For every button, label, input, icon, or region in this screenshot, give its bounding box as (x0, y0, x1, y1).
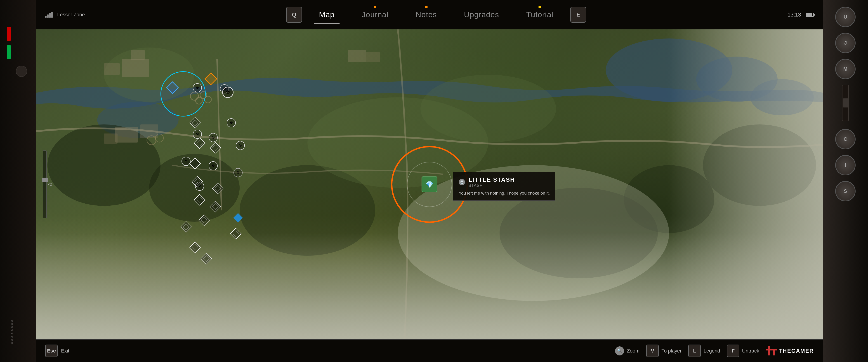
radiation-icon-7: ☢ (235, 140, 245, 150)
svg-rect-32 (773, 350, 775, 356)
thegamer-logo-icon (766, 345, 777, 357)
tab-journal[interactable]: Journal (348, 7, 402, 22)
tooltip-description: You left me with nothing. I hope you cho… (459, 190, 550, 196)
radiation-icon-8: ☢ (181, 156, 191, 166)
stash-icon-7[interactable] (194, 195, 205, 205)
nav-tabs-container: Q Map Journal Notes Upgrades Tutorial E (85, 7, 787, 23)
tooltip-title-area: LITTLE STASH STASH (468, 176, 550, 188)
zoom-handle[interactable] (42, 177, 48, 182)
tooltip-type: STASH (468, 183, 550, 188)
f-key[interactable]: F (727, 344, 739, 357)
stash-icon-9[interactable] (199, 215, 209, 225)
tab-map[interactable]: Map (305, 7, 348, 22)
stash-icon-12[interactable] (190, 242, 200, 252)
zoom-action-label: Zoom (627, 348, 640, 354)
thegamer-logo-text: THEGAMER (779, 348, 814, 354)
stash-icon-10[interactable] (181, 222, 191, 232)
stash-icon-11[interactable] (230, 228, 241, 239)
stash-icon-5[interactable] (192, 176, 202, 187)
notes-dot (425, 6, 428, 8)
svg-rect-30 (768, 346, 770, 356)
zoom-slider[interactable] (43, 150, 46, 218)
legend-action: L Legend (688, 344, 720, 357)
green-indicator (7, 45, 11, 59)
journal-dot (374, 6, 376, 8)
right-button-m[interactable]: M (835, 59, 856, 79)
point-of-interest[interactable] (233, 213, 243, 223)
right-slider[interactable] (842, 85, 849, 121)
battery-icon (806, 13, 814, 17)
q-key-button[interactable]: Q (286, 7, 302, 23)
top-bar: Lesser Zone Q Map Journal Notes Upgrades… (36, 0, 823, 29)
quest-marker[interactable] (206, 74, 216, 84)
stash-icon-6[interactable] (213, 183, 223, 193)
left-circle-decoration (16, 65, 27, 77)
right-button-s[interactable]: S (835, 181, 856, 201)
l-key[interactable]: L (688, 344, 701, 357)
right-panel: U J M C I S (823, 0, 868, 362)
signal-bars (45, 12, 53, 18)
stash-icon-8[interactable] (210, 201, 220, 212)
special-marker-1[interactable]: ☢ (221, 86, 234, 99)
blue-area-icon[interactable] (166, 81, 179, 94)
radiation-icon-9: ☢ (208, 161, 218, 171)
bottom-bar-left: Esc Exit (45, 344, 69, 357)
radiation-icon-5: ☢ (192, 129, 202, 139)
top-bar-left: Lesser Zone (45, 12, 85, 18)
tab-notes[interactable]: Notes (402, 7, 451, 22)
time-display: 13:13 (787, 11, 801, 18)
stash-icon-1[interactable] (190, 118, 200, 128)
left-panel (0, 0, 36, 362)
zoom-icon: 🔍 (615, 346, 624, 356)
untrack-label: Untrack (742, 348, 759, 354)
tooltip-header: 💀 LITTLE STASH STASH (459, 176, 550, 188)
map-tooltip: 💀 LITTLE STASH STASH You left me with no… (453, 172, 555, 201)
main-screen: Lesser Zone Q Map Journal Notes Upgrades… (36, 0, 823, 362)
svg-rect-31 (766, 349, 777, 351)
top-bar-right: 13:13 (787, 11, 814, 18)
tooltip-skull-icon: 💀 (459, 179, 465, 185)
radiation-icon-4 (224, 122, 234, 132)
esc-key[interactable]: Esc (45, 344, 58, 357)
red-indicator (7, 27, 11, 41)
screw-decoration (11, 320, 13, 344)
player-marker: 💎 (422, 176, 437, 192)
untrack-action: F Untrack (727, 344, 759, 357)
legend-label: Legend (704, 348, 720, 354)
tab-upgrades[interactable]: Upgrades (451, 7, 513, 22)
right-slider-handle[interactable] (843, 99, 849, 108)
stash-icon-13[interactable] (201, 253, 211, 263)
right-button-u[interactable]: U (835, 7, 856, 27)
exit-label: Exit (61, 348, 69, 354)
map-container[interactable]: ☢ ☢ ☢ ☢ ☢ ☢ ☢ ☢ (36, 29, 823, 339)
tutorial-dot (538, 6, 541, 8)
to-player-label: To player (661, 348, 682, 354)
stash-icon-3[interactable] (210, 142, 220, 153)
right-button-c[interactable]: C (835, 129, 856, 149)
thegamer-logo: THEGAMER (766, 345, 814, 357)
to-player-action: V To player (646, 344, 682, 357)
v-key[interactable]: V (646, 344, 659, 357)
zoom-action: 🔍 Zoom (615, 346, 640, 356)
bottom-bar: Esc Exit 🔍 Zoom V To player L Legend F U… (36, 339, 823, 362)
bottom-bar-right: 🔍 Zoom V To player L Legend F Untrack (615, 344, 814, 357)
stash-icon-4[interactable] (190, 158, 200, 169)
right-button-i[interactable]: I (835, 155, 856, 175)
e-key-button[interactable]: E (570, 7, 586, 23)
radiation-icon-1: ☢ (192, 83, 202, 93)
tooltip-name: LITTLE STASH (468, 176, 550, 183)
stash-icon-2[interactable] (194, 138, 205, 148)
radiation-icon-6: ☢ (208, 132, 218, 142)
right-button-j[interactable]: J (835, 33, 856, 53)
tab-tutorial[interactable]: Tutorial (513, 7, 567, 22)
zone-label: Lesser Zone (57, 12, 85, 18)
radiation-icon-10: ☢ (233, 167, 243, 177)
